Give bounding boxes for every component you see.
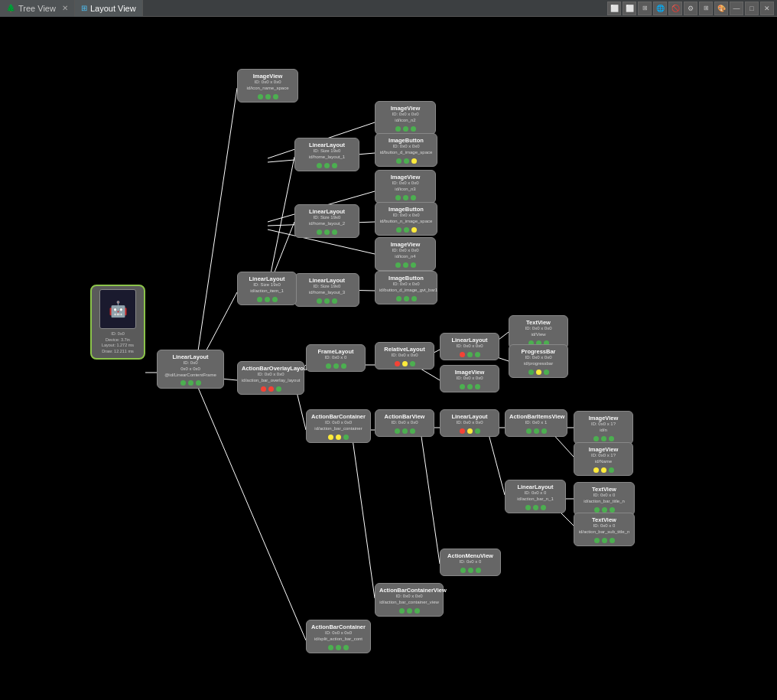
toolbar-right: ⬜ ⬜ ⊞ 🌐 🚫 ⚙ ⊞ 🎨 — □ ✕ — [607, 2, 777, 15]
toolbar-btn-close[interactable]: ✕ — [760, 2, 774, 15]
node-n25[interactable]: ImageView ID: 0x0 x 1?id/Name — [574, 442, 633, 476]
node-n15[interactable]: RelativeLayout ID: 0x0 x 0x0 — [375, 342, 434, 370]
tab-tree-view-close[interactable]: ✕ — [62, 4, 68, 12]
node-n22-dots — [444, 428, 495, 434]
node-n23-dots — [509, 428, 563, 434]
toolbar-btn-stop[interactable]: 🚫 — [668, 2, 682, 15]
device-info: ID: 0x0Device: 3.7inLayout: 1.272 msDraw… — [102, 331, 134, 355]
node-n7-dots — [379, 195, 431, 200]
node-n4-title: ImageView — [379, 105, 431, 112]
tab-tree-view-label: Tree View — [18, 4, 56, 13]
svg-line-26 — [488, 431, 505, 495]
node-n15-detail: ID: 0x0 x 0x0 — [379, 353, 430, 359]
node-n11-title: ImageButton — [379, 275, 433, 282]
tab-layout-view[interactable]: ⊞ Layout View — [75, 0, 143, 17]
node-n26[interactable]: LinearLayout ID: 0x0 x 0id/action_bar_n_… — [505, 480, 566, 513]
node-n30-title: ActionBarContainerView — [379, 587, 439, 594]
toolbar-btn-globe[interactable]: 🌐 — [653, 2, 667, 15]
toolbar-btn-gear[interactable]: ⚙ — [684, 2, 697, 15]
node-n12[interactable]: LinearLayout ID: Size 19x0id/action_item… — [237, 272, 297, 305]
node-n12-title: LinearLayout — [242, 275, 292, 282]
device-node[interactable]: 🤖 ID: 0x0Device: 3.7inLayout: 1.272 msDr… — [90, 285, 145, 360]
node-n22[interactable]: LinearLayout ID: 0x0 x 0x0 — [440, 409, 499, 437]
node-n5-title: ImageButton — [379, 137, 433, 144]
node-n10-dots — [299, 298, 355, 304]
node-n4[interactable]: ImageView ID: 0x0 x 0x0id/icon_n2 — [375, 101, 436, 135]
node-n3-title: LinearLayout — [299, 142, 355, 148]
node-n21[interactable]: ActionBarView ID: 0x0 x 0x0 — [375, 409, 434, 437]
node-n10-title: LinearLayout — [299, 277, 355, 284]
node-n26-title: LinearLayout — [509, 483, 561, 490]
node-n20[interactable]: ActionBarContainer ID: 0x0 x 0x0id/actio… — [306, 409, 371, 443]
node-n1-detail: ID: 0x00x0 x 0x0@id/LinearContentFrame — [161, 360, 219, 378]
node-n14-detail: ID: 0x0 x 0 — [310, 355, 361, 361]
node-n24-detail: ID: 0x0 x 1?id/n — [578, 422, 629, 434]
node-n7[interactable]: ImageView ID: 0x0 x 0x0id/icon_n3 — [375, 170, 436, 203]
node-n28[interactable]: TextView ID: 0x0 x 0id/action_bar_sub_ti… — [574, 513, 635, 546]
node-n5[interactable]: ImageButton ID: 0x0 x 0x0id/button_d_ima… — [375, 133, 437, 167]
toolbar-btn-3[interactable]: ⊞ — [638, 2, 652, 15]
node-n15-title: RelativeLayout — [379, 346, 430, 353]
node-n6-title: LinearLayout — [299, 208, 355, 215]
node-n9[interactable]: ImageView ID: 0x0 x 0x0id/icon_n4 — [375, 237, 436, 271]
node-n15-dots — [379, 361, 430, 366]
node-n20-title: ActionBarContainer — [310, 413, 366, 420]
node-n11[interactable]: ImageButton ID: 0x0 x 0x0id/button_d_ima… — [375, 271, 437, 304]
node-n2[interactable]: ImageView ID: 0x0 x 0x0id/icon_name_spac… — [237, 69, 298, 103]
node-n12-dots — [242, 297, 292, 302]
canvas: 🤖 ID: 0x0Device: 3.7inLayout: 1.272 msDr… — [0, 17, 777, 700]
node-n18-detail: ID: 0x0 x 0x0id/progressbar — [513, 355, 564, 367]
node-n20-dots — [310, 435, 366, 440]
node-n18-dots — [513, 370, 564, 375]
node-n23[interactable]: ActionBarItemsView ID: 0x0 x 1 — [505, 409, 567, 437]
node-n8[interactable]: ImageButton ID: 0x0 x 0x0id/button_n_ima… — [375, 202, 437, 236]
toolbar-btn-color[interactable]: 🎨 — [714, 2, 728, 15]
node-n4-dots — [379, 126, 431, 132]
node-n6-dots — [299, 230, 355, 235]
node-n4-detail: ID: 0x0 x 0x0id/icon_n2 — [379, 112, 431, 124]
node-n27-title: TextView — [578, 486, 630, 493]
toolbar-btn-1[interactable]: ⬜ — [607, 2, 621, 15]
node-n21-title: ActionBarView — [379, 413, 430, 420]
node-n3[interactable]: LinearLayout ID: Size 19x0id/home_layout… — [294, 138, 359, 171]
node-n24[interactable]: ImageView ID: 0x0 x 1?id/n — [574, 411, 633, 444]
node-n14-title: FrameLayout — [310, 348, 361, 355]
toolbar-btn-max[interactable]: □ — [745, 2, 759, 15]
node-n31[interactable]: ActionBarContainer ID: 0x0 x 0x0id/split… — [306, 620, 371, 653]
node-n28-dots — [578, 538, 630, 543]
node-n8-dots — [379, 227, 433, 233]
node-n24-title: ImageView — [578, 415, 629, 422]
node-n19[interactable]: ImageView ID: 0x0 x 0x0 — [440, 365, 499, 392]
device-screen: 🤖 — [99, 289, 136, 329]
node-n18[interactable]: ProgressBar ID: 0x0 x 0x0id/progressbar — [509, 344, 568, 378]
node-n1[interactable]: LinearLayout ID: 0x00x0 x 0x0@id/LinearC… — [157, 350, 224, 389]
node-n27-dots — [578, 507, 630, 513]
tab-tree-view[interactable]: 🌲 Tree View ✕ — [0, 0, 75, 17]
node-n6[interactable]: LinearLayout ID: Size 19x0id/home_layout… — [294, 204, 359, 238]
node-n16[interactable]: LinearLayout ID: 0x0 x 0x0 — [440, 333, 499, 360]
node-n16-detail: ID: 0x0 x 0x0 — [444, 343, 495, 350]
node-n14-dots — [310, 363, 361, 369]
layout-view-icon: ⊞ — [81, 4, 87, 12]
node-n31-dots — [310, 645, 366, 650]
toolbar-btn-2[interactable]: ⬜ — [623, 2, 636, 15]
node-n9-dots — [379, 262, 431, 268]
node-n29[interactable]: ActionMenuView ID: 0x0 x 0 — [440, 549, 501, 576]
toolbar-btn-layout[interactable]: ⊞ — [699, 2, 713, 15]
node-n14[interactable]: FrameLayout ID: 0x0 x 0 — [306, 344, 366, 372]
node-n2-detail: ID: 0x0 x 0x0id/icon_name_space — [242, 80, 294, 92]
node-n23-detail: ID: 0x0 x 1 — [509, 420, 563, 426]
toolbar-btn-min[interactable]: — — [730, 2, 743, 15]
node-n26-dots — [509, 505, 561, 510]
node-n30[interactable]: ActionBarContainerView ID: 0x0 x 0x0id/a… — [375, 583, 444, 617]
node-n10-detail: ID: Size 19x0id/home_layout_3 — [299, 284, 355, 296]
node-n21-dots — [379, 428, 430, 434]
node-n10[interactable]: LinearLayout ID: Size 19x0id/home_layout… — [294, 273, 359, 307]
node-n13[interactable]: ActionBarOverlayLayout ID: 0x0 x 0x0id/a… — [237, 361, 304, 395]
node-n27[interactable]: TextView ID: 0x0 x 0id/action_bar_title_… — [574, 482, 635, 516]
node-n21-detail: ID: 0x0 x 0x0 — [379, 420, 430, 426]
svg-line-1 — [197, 88, 237, 361]
node-n7-title: ImageView — [379, 174, 431, 181]
tab-bar: 🌲 Tree View ✕ ⊞ Layout View ⬜ ⬜ ⊞ 🌐 🚫 ⚙ … — [0, 0, 777, 17]
tree-view-icon: 🌲 — [6, 4, 15, 12]
